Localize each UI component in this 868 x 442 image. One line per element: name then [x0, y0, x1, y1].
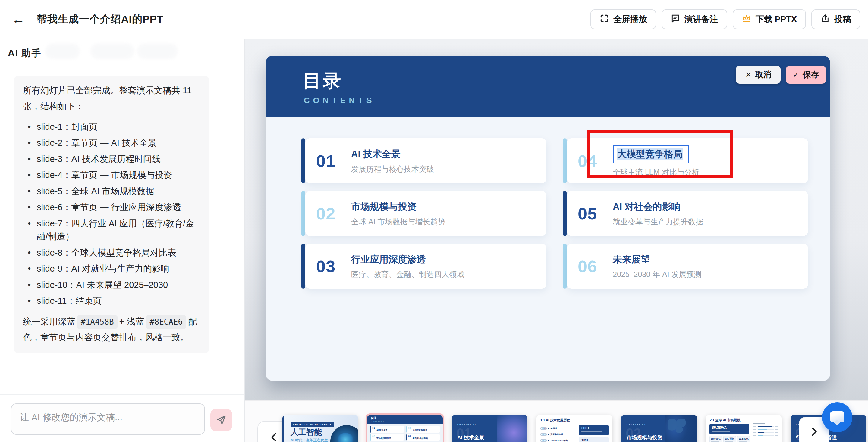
document-title: 帮我生成一个介绍AI的PPT: [37, 12, 163, 26]
button-label: 下载 PPTX: [755, 13, 797, 25]
save-label: 保存: [803, 69, 819, 80]
toc-item-02[interactable]: 02 市场规模与投资 全球 AI 市场数据与增长趋势: [301, 191, 547, 236]
toc-item-number: 05: [578, 204, 613, 224]
toc-item-number: 02: [316, 204, 351, 224]
slide-header-band: 目录 CONTENTS ✕ 取消 ✓ 保存: [266, 56, 830, 117]
slide-list-item: slide-3：AI 技术发展历程时间线: [25, 152, 200, 166]
slide-list-item: slide-2：章节页 — AI 技术全景: [25, 136, 200, 150]
back-button[interactable]: ←: [8, 9, 29, 30]
toc-thumb-header: 目录 CONTENTS: [367, 415, 443, 424]
chapter-thumb: CHAPTER 02 02 市场规模与投资: [621, 415, 697, 442]
mini-toc-item: 04大模型竞争格局: [406, 426, 440, 433]
toc-thumb-title: 目录: [371, 416, 439, 420]
toc-item-desc[interactable]: 全球主流 LLM 对比与分析: [613, 167, 700, 177]
stat-box: $3.7万亿: [723, 436, 736, 442]
slide-subtitle[interactable]: CONTENTS: [304, 96, 375, 105]
thumbnail-slide-2-selected[interactable]: 目录 CONTENTS 01AI 技术全景 04大模型竞争格局 02市场规模与投…: [367, 415, 443, 442]
thumbnail-slide-3[interactable]: CHAPTER 01 01 AI 技术全景: [452, 415, 527, 442]
assistant-message: 所有幻灯片已全部完成。整套演示文稿共 11 张，结构如下： slide-1：封面…: [14, 76, 209, 353]
toc-item-number: 04: [578, 151, 613, 171]
accent-bar: [563, 244, 567, 289]
brain-image: [330, 425, 358, 442]
topbar: ← 帮我生成一个介绍AI的PPT 全屏播放 演讲备注 下载 PPTX: [0, 0, 868, 39]
world-map-image: [665, 415, 697, 442]
chapter-title: AI 技术全景: [457, 434, 484, 441]
slide-title[interactable]: 目录: [303, 69, 343, 93]
toc-item-number: 01: [316, 151, 351, 171]
thumbnail-slide-4[interactable]: 1.1 AI 技术发展历程 1956 AI 诞生 2012 深度学习突破 201…: [536, 415, 612, 442]
check-icon: ✓: [793, 70, 799, 79]
timeline-row: 2012 深度学习突破: [540, 433, 563, 436]
sidebar-title: AI 助手: [8, 47, 41, 60]
toc-item-04[interactable]: 04 大模型竞争格局 全球主流 LLM 对比与分析: [563, 138, 808, 183]
composer: [0, 395, 244, 442]
send-button[interactable]: [210, 409, 232, 431]
chat-fab-button[interactable]: [822, 402, 852, 432]
title-edit-input[interactable]: 大模型竞争格局: [613, 145, 689, 164]
slide-list-item: slide-6：章节页 — 行业应用深度渗透: [25, 201, 200, 214]
mini-toc-item: 01AI 技术全景: [370, 426, 404, 433]
message-outro: 统一采用深蓝#1A458B+ 浅蓝#8ECAE6配色，章节页与内容页交替排布，风…: [23, 314, 200, 346]
toc-item-title[interactable]: 未来展望: [613, 253, 702, 266]
chevron-left-icon: [268, 431, 280, 442]
slide-list-item: slide-5：全球 AI 市场规模数据: [25, 185, 200, 198]
content-title: 1.1 AI 技术发展历程: [540, 418, 570, 422]
toc-item-03[interactable]: 03 行业应用深度渗透 医疗、教育、金融、制造四大领域: [301, 244, 547, 289]
toc-item-desc[interactable]: 2025–2030 年 AI 发展预测: [613, 270, 702, 279]
download-pptx-button[interactable]: 下载 PPTX: [733, 9, 806, 29]
toc-item-title[interactable]: 市场规模与投资: [351, 201, 445, 213]
chapter-thumb: CHAPTER 01 01 AI 技术全景: [452, 415, 527, 442]
slide-list-item: slide-9：AI 对就业与生产力的影响: [25, 262, 200, 275]
ai-assistant-sidebar: AI 助手 所有幻灯片已全部完成。整套演示文稿共 11 张，结构如下： slid…: [0, 39, 245, 442]
toc-item-01[interactable]: 01 AI 技术全景 发展历程与核心技术突破: [301, 138, 547, 183]
speaker-notes-button[interactable]: 演讲备注: [661, 9, 727, 29]
submit-button[interactable]: 投稿: [811, 9, 860, 29]
thumbnail-slide-1[interactable]: ARTIFICIAL INTELLIGENCE 人工智能 AI 时代：变革正在发…: [282, 415, 358, 442]
toc-item-05[interactable]: 05 AI 对社会的影响 就业变革与生产力提升数据: [563, 191, 808, 236]
crown-icon: [742, 13, 751, 25]
mini-toc-item: 02市场规模与投资: [370, 434, 404, 441]
accent-bar: [563, 138, 567, 183]
stat-box: 1M+: [579, 437, 609, 442]
network-sphere-image: [497, 415, 527, 442]
toc-thumb-subtitle: CONTENTS: [371, 420, 439, 422]
save-button[interactable]: ✓ 保存: [786, 66, 826, 84]
topbar-actions: 全屏播放 演讲备注 下载 PPTX 投稿: [590, 9, 860, 29]
chapter-title: 市场规模与投资: [627, 434, 662, 441]
text-caret: [684, 148, 684, 160]
slide-thumbnail-strip: ARTIFICIAL INTELLIGENCE 人工智能 AI 时代：变革正在发…: [245, 401, 868, 442]
toc-item-desc[interactable]: 就业变革与生产力提升数据: [613, 217, 703, 227]
chat-area: 所有幻灯片已全部完成。整套演示文稿共 11 张，结构如下： slide-1：封面…: [0, 68, 244, 395]
ai-edit-input[interactable]: [11, 404, 205, 435]
toc-thumb-body: 01AI 技术全景 04大模型竞争格局 02市场规模与投资 05AI 对社会的影…: [367, 424, 443, 442]
toc-item-title[interactable]: 行业应用深度渗透: [351, 253, 464, 266]
toc-item-title[interactable]: AI 对社会的影响: [613, 201, 703, 213]
toc-item-06[interactable]: 06 未来展望 2025–2030 年 AI 发展预测: [563, 244, 808, 289]
content-title: 2.1 全球 AI 市场规模: [710, 418, 740, 422]
underline: [710, 423, 715, 423]
message-intro: 所有幻灯片已全部完成。整套演示文稿共 11 张，结构如下：: [23, 82, 200, 114]
speaker-notes-icon: [671, 13, 680, 25]
toc-item-desc[interactable]: 医疗、教育、金融、制造四大领域: [351, 270, 464, 279]
button-label: 全屏播放: [613, 13, 647, 25]
mini-bar-chart: [753, 423, 778, 438]
upload-icon: [820, 13, 830, 25]
thumbnail-slide-6[interactable]: 2.1 全球 AI 市场规模 $6,380亿 $8,000亿 $3.7万亿 $2…: [706, 415, 781, 442]
button-label: 投稿: [834, 13, 851, 25]
thumbnail-slide-5[interactable]: CHAPTER 02 02 市场规模与投资: [621, 415, 697, 442]
toc-item-title[interactable]: AI 技术全景: [351, 148, 434, 161]
current-slide: 目录 CONTENTS ✕ 取消 ✓ 保存 01 AI 技术全景: [266, 56, 830, 381]
chevron-right-icon: [808, 426, 820, 439]
ghost-placeholder: [90, 43, 134, 59]
cancel-button[interactable]: ✕ 取消: [736, 66, 781, 84]
toc-item-desc[interactable]: 全球 AI 市场数据与增长趋势: [351, 217, 445, 227]
big-stat-box: $6,380亿: [710, 424, 749, 434]
toc-item-desc[interactable]: 发展历程与核心技术突破: [351, 164, 434, 174]
fullscreen-play-button[interactable]: 全屏播放: [590, 9, 656, 29]
slide-list-item: slide-10：AI 未来展望 2025–2030: [25, 278, 200, 292]
color-code-chip: #1A458B: [77, 315, 118, 329]
paper-plane-icon: [216, 414, 227, 426]
app-root: ← 帮我生成一个介绍AI的PPT 全屏播放 演讲备注 下载 PPTX: [0, 0, 868, 442]
color-code-chip: #8ECAE6: [146, 315, 187, 329]
cover-badge: ARTIFICIAL INTELLIGENCE: [290, 422, 334, 427]
